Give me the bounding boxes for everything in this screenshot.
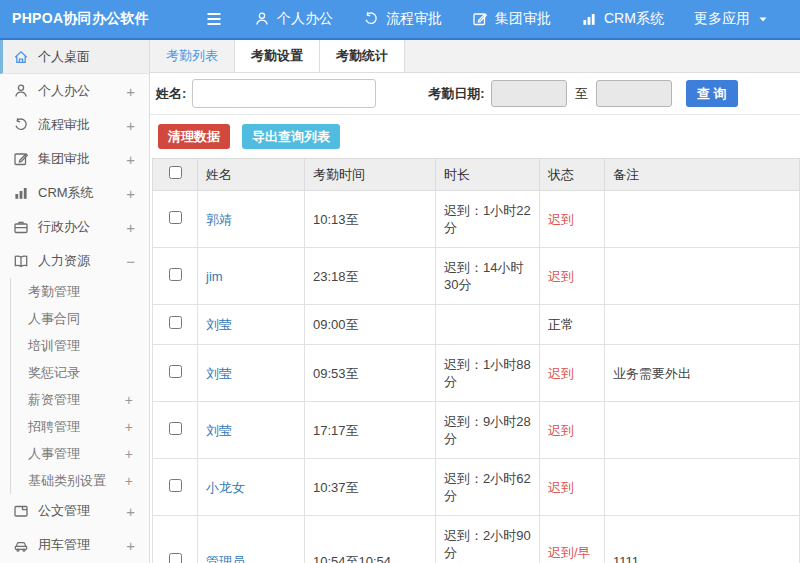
workflow-icon xyxy=(13,117,29,133)
sidebar-subitem-label: 培训管理 xyxy=(28,337,80,355)
employee-name-link[interactable]: 小龙女 xyxy=(206,480,245,495)
table-row: 小龙女 10:37至 迟到：2小时62分 迟到 xyxy=(153,459,800,516)
topnav-label: 更多应用 xyxy=(694,10,750,28)
topnav-personal-office[interactable]: 个人办公 xyxy=(254,10,333,28)
sidebar-subitem-label: 考勤管理 xyxy=(28,283,80,301)
select-all-checkbox[interactable] xyxy=(169,166,182,179)
status-badge: 迟到 xyxy=(540,191,605,248)
topbar: PHPOA协同办公软件 个人办公 流程审批 集团审批 CRM系统 更多应用 xyxy=(0,0,800,40)
query-button[interactable]: 查 询 xyxy=(686,80,738,107)
duration-cell: 迟到：1小时22分 xyxy=(436,191,540,248)
expand-plus-icon[interactable]: + xyxy=(125,446,133,462)
sidebar-item-label: 集团审批 xyxy=(38,150,90,168)
sidebar-item-label: CRM系统 xyxy=(38,184,94,202)
row-checkbox[interactable] xyxy=(169,553,182,563)
sidebar-item-personal-desktop[interactable]: 个人桌面 xyxy=(0,40,149,74)
date-to-input[interactable] xyxy=(596,80,672,107)
sidebar-subitem-label: 奖惩记录 xyxy=(28,364,80,382)
tabbar: 考勤列表 考勤设置 考勤统计 xyxy=(150,40,800,73)
sidebar-item-human-resources[interactable]: 人力资源 − xyxy=(0,244,149,278)
sidebar-item-document-management[interactable]: 公文管理 + xyxy=(0,494,149,528)
expand-plus-icon[interactable]: + xyxy=(125,419,133,435)
sidebar-item-group-approval[interactable]: 集团审批 + xyxy=(0,142,149,176)
sidebar-subitem-attendance-management[interactable]: 考勤管理 xyxy=(11,278,149,305)
topnav-label: 流程审批 xyxy=(386,10,442,28)
status-badge: 迟到 xyxy=(540,402,605,459)
row-checkbox[interactable] xyxy=(169,365,182,378)
expand-plus-icon[interactable]: + xyxy=(125,392,133,408)
expand-plus-icon[interactable]: + xyxy=(126,185,135,202)
sidebar-subitem-reward-punishment-records[interactable]: 奖惩记录 xyxy=(11,359,149,386)
topnav-workflow-approval[interactable]: 流程审批 xyxy=(363,10,442,28)
attendance-time-cell: 09:00至 xyxy=(305,305,436,345)
topnav-crm-system[interactable]: CRM系统 xyxy=(581,10,664,28)
hamburger-menu-icon[interactable] xyxy=(206,12,222,26)
user-icon xyxy=(13,83,29,99)
name-input[interactable] xyxy=(192,79,376,108)
expand-plus-icon[interactable]: + xyxy=(126,117,135,134)
sidebar-item-vehicle-management[interactable]: 用车管理 + xyxy=(0,528,149,562)
content-area: 考勤列表 考勤设置 考勤统计 姓名: 考勤日期: 至 查 询 清理数据 导出查询… xyxy=(150,40,800,563)
employee-name-link[interactable]: 刘莹 xyxy=(206,317,232,332)
attendance-time-cell: 17:17至 xyxy=(305,402,436,459)
table-row: 刘莹 09:53至 迟到：1小时88分 迟到 业务需要外出 xyxy=(153,345,800,402)
sidebar-item-personal-office[interactable]: 个人办公 + xyxy=(0,74,149,108)
duration-cell: 迟到：2小时90分早退：7小时10分 xyxy=(436,516,540,563)
topnav-more-apps[interactable]: 更多应用 xyxy=(694,10,769,28)
attendance-time-cell: 10:37至 xyxy=(305,459,436,516)
row-checkbox[interactable] xyxy=(169,268,182,281)
expand-plus-icon[interactable]: + xyxy=(126,151,135,168)
status-badge: 迟到 xyxy=(540,248,605,305)
row-checkbox[interactable] xyxy=(169,211,182,224)
date-from-input[interactable] xyxy=(491,80,567,107)
sidebar-item-label: 流程审批 xyxy=(38,116,90,134)
employee-name-link[interactable]: 刘莹 xyxy=(206,423,232,438)
duration-cell: 迟到：9小时28分 xyxy=(436,402,540,459)
sidebar-item-crm-system[interactable]: CRM系统 + xyxy=(0,176,149,210)
clean-data-button[interactable]: 清理数据 xyxy=(158,124,230,149)
attendance-date-label: 考勤日期: xyxy=(428,85,484,103)
tab-attendance-statistics[interactable]: 考勤统计 xyxy=(320,40,405,72)
row-checkbox[interactable] xyxy=(169,422,182,435)
export-list-button[interactable]: 导出查询列表 xyxy=(242,124,340,149)
duration-cell: 迟到：2小时62分 xyxy=(436,459,540,516)
employee-name-link[interactable]: jim xyxy=(206,269,223,284)
employee-name-link[interactable]: 郭靖 xyxy=(206,212,232,227)
duration-cell: 迟到：1小时88分 xyxy=(436,345,540,402)
app-window: PHPOA协同办公软件 个人办公 流程审批 集团审批 CRM系统 更多应用 xyxy=(0,0,800,563)
sidebar-subitem-salary-management[interactable]: 薪资管理 + xyxy=(11,386,149,413)
attendance-time-cell: 09:53至 xyxy=(305,345,436,402)
name-label: 姓名: xyxy=(156,85,186,103)
employee-name-link[interactable]: 刘莹 xyxy=(206,366,232,381)
expand-plus-icon[interactable]: + xyxy=(125,473,133,489)
sidebar-subitem-personnel-contract[interactable]: 人事合同 xyxy=(11,305,149,332)
remark-cell: 1111 xyxy=(605,516,800,563)
sidebar-subitem-basic-category-settings[interactable]: 基础类别设置 + xyxy=(11,467,149,494)
attendance-table-wrap: 姓名 考勤时间 时长 状态 备注 郭靖 10:13至 迟到：1小时22分 xyxy=(152,158,800,563)
home-icon xyxy=(13,49,29,65)
col-header-name: 姓名 xyxy=(198,159,305,191)
edit-icon xyxy=(13,151,29,167)
employee-name-link[interactable]: 管理员 xyxy=(206,554,245,563)
sidebar-subitem-recruitment-management[interactable]: 招聘管理 + xyxy=(11,413,149,440)
row-checkbox[interactable] xyxy=(169,316,182,329)
sidebar-item-label: 用车管理 xyxy=(38,536,90,554)
remark-cell: 业务需要外出 xyxy=(605,345,800,402)
topnav-label: CRM系统 xyxy=(604,10,664,28)
topnav-group-approval[interactable]: 集团审批 xyxy=(472,10,551,28)
row-checkbox[interactable] xyxy=(169,479,182,492)
sidebar-subitem-personnel-management[interactable]: 人事管理 + xyxy=(11,440,149,467)
tab-attendance-settings[interactable]: 考勤设置 xyxy=(235,40,320,72)
sidebar-item-workflow-approval[interactable]: 流程审批 + xyxy=(0,108,149,142)
table-row: 郭靖 10:13至 迟到：1小时22分 迟到 xyxy=(153,191,800,248)
expand-plus-icon[interactable]: + xyxy=(126,219,135,236)
collapse-minus-icon[interactable]: − xyxy=(126,253,135,270)
expand-plus-icon[interactable]: + xyxy=(126,537,135,554)
sidebar-item-administrative-office[interactable]: 行政办公 + xyxy=(0,210,149,244)
workflow-icon xyxy=(363,11,379,27)
expand-plus-icon[interactable]: + xyxy=(126,83,135,100)
tab-attendance-list[interactable]: 考勤列表 xyxy=(150,40,235,72)
expand-plus-icon[interactable]: + xyxy=(126,503,135,520)
top-menu: 个人办公 流程审批 集团审批 CRM系统 更多应用 xyxy=(254,10,799,28)
sidebar-subitem-training-management[interactable]: 培训管理 xyxy=(11,332,149,359)
